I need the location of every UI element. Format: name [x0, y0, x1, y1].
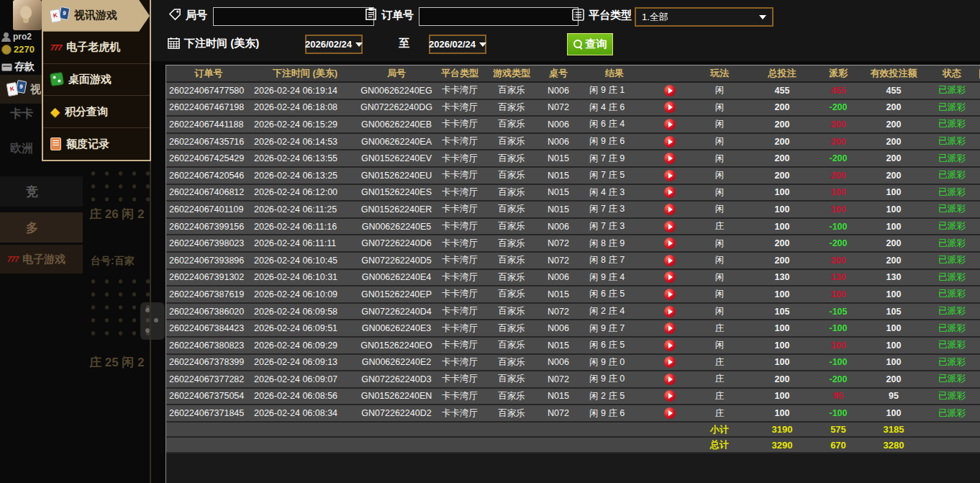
- play-replay-icon[interactable]: [664, 85, 676, 96]
- chevron-down-icon: [759, 15, 766, 19]
- status-badge: 已派彩: [926, 405, 978, 422]
- date-from-value: 2026/02/24: [305, 39, 352, 50]
- payout-cell: 100: [815, 337, 861, 354]
- play-replay-icon[interactable]: [664, 407, 676, 419]
- play-replay-icon[interactable]: [664, 136, 676, 148]
- play-replay-icon[interactable]: [664, 119, 676, 130]
- play-replay-icon[interactable]: [664, 153, 676, 164]
- play-replay-icon[interactable]: [664, 289, 676, 300]
- platform-cell: 卡卡湾厅: [434, 99, 486, 117]
- platform-cell: 卡卡湾厅: [434, 371, 486, 388]
- status-badge: 已派彩: [926, 252, 978, 269]
- col-status: 状态: [926, 66, 978, 82]
- result-cell: 闲 9 庄 4: [579, 269, 650, 286]
- game-type-cell: 百家乐: [486, 252, 537, 269]
- valid-bet-cell: 200: [861, 252, 926, 269]
- play-replay-icon[interactable]: [664, 356, 676, 368]
- bet-side-cell: 闲: [690, 303, 749, 320]
- date-from-picker[interactable]: 2026/02/24: [305, 35, 363, 54]
- play-replay-icon[interactable]: [664, 306, 676, 317]
- total-bet-cell: 455: [749, 82, 815, 99]
- status-badge: 已派彩: [926, 167, 978, 184]
- table-number-cell: N072: [537, 99, 579, 117]
- play-replay-icon[interactable]: [664, 374, 676, 385]
- play-replay-icon[interactable]: [664, 101, 676, 113]
- total-bet-cell: 100: [749, 337, 815, 354]
- order-number-cell: 260224067477580: [166, 82, 251, 99]
- status-badge: 已派彩: [926, 269, 978, 286]
- play-replay-icon[interactable]: [664, 204, 676, 215]
- username-row: pro2: [1, 32, 32, 42]
- menu-item-video-games[interactable]: 9 K 视讯游戏: [43, 0, 150, 32]
- menu-label: 桌面游戏: [68, 73, 112, 86]
- result-cell: 闲 4 庄 3: [579, 184, 650, 202]
- bet-side-cell: 闲: [690, 201, 749, 218]
- valid-bet-cell: 200: [861, 133, 926, 150]
- menu-item-slots[interactable]: 777 电子老虎机: [43, 32, 150, 64]
- table-number-cell: N006: [537, 116, 579, 133]
- status-badge: 已派彩: [926, 337, 978, 354]
- bet-time-cell: 2026-02-24 06:09:51: [251, 320, 359, 337]
- grand-total-total-bet: 3290: [749, 437, 815, 453]
- round-number-cell: GN006262240E4: [359, 269, 434, 286]
- valid-bet-cell: 100: [861, 337, 926, 354]
- play-replay-icon[interactable]: [664, 322, 676, 334]
- bet-side-cell: 闲: [690, 99, 749, 117]
- game-type-cell: 百家乐: [486, 320, 537, 337]
- result-cell: 闲 7 庄 3: [579, 218, 650, 235]
- play-replay-icon[interactable]: [664, 221, 676, 233]
- bet-time-cell: 2026-02-24 06:09:29: [251, 337, 359, 354]
- play-replay-icon[interactable]: [664, 390, 676, 402]
- table-row: 260224067401109 2026-02-24 06:11:25 GN01…: [166, 201, 980, 218]
- bet-time-cell: 2026-02-24 06:13:25: [251, 167, 359, 184]
- valid-bet-cell: 100: [861, 184, 926, 202]
- result-cell: 闲 6 庄 5: [579, 286, 650, 303]
- order-number-cell: 260224067420546: [166, 167, 251, 184]
- play-replay-icon[interactable]: [664, 238, 676, 249]
- payout-cell: -200: [815, 235, 861, 252]
- games-menu-panel: 9 K 视讯游戏 777 电子老虎机 桌面游戏 ◆ 积分查询 额度记录: [42, 0, 151, 161]
- table-row: 260224067398023 2026-02-24 06:11:11 GN07…: [166, 235, 980, 252]
- round-number-input[interactable]: [213, 7, 374, 26]
- menu-label: 电子老虎机: [66, 40, 120, 54]
- replay-cell: [650, 337, 690, 354]
- order-number-input[interactable]: [419, 7, 579, 26]
- platform-type-select[interactable]: 1.全部: [635, 7, 773, 27]
- round-number-cell: GN072262240D2: [359, 405, 434, 422]
- menu-item-table-games[interactable]: 桌面游戏: [43, 64, 150, 96]
- date-to-picker[interactable]: 2026/02/24: [429, 35, 486, 54]
- replay-cell: [650, 218, 690, 235]
- menu-item-points-query[interactable]: ◆ 积分查询: [43, 96, 150, 128]
- replay-cell: [650, 184, 690, 202]
- order-number-cell: 260224067375054: [166, 388, 251, 405]
- platform-type-value: 1.全部: [642, 11, 668, 24]
- table-number-cell: N015: [537, 167, 579, 184]
- bet-side-cell: 闲: [690, 133, 749, 150]
- valid-bet-cell: 100: [861, 405, 926, 422]
- table-row: 260224067477580 2026-02-24 06:19:14 GN00…: [166, 82, 980, 99]
- valid-bet-cell: 100: [861, 218, 926, 235]
- search-button[interactable]: 查询: [567, 33, 613, 55]
- bet-side-cell: 庄: [690, 371, 749, 388]
- deposit-button: 存款: [1, 60, 35, 73]
- menu-item-credit-records[interactable]: 额度记录: [43, 128, 150, 160]
- result-cell: 闲 7 庄 3: [579, 201, 650, 218]
- platform-cell: 卡卡湾厅: [434, 337, 486, 354]
- search-button-label: 查询: [586, 37, 607, 51]
- table-row: 260224067425429 2026-02-24 06:13:55 GN01…: [166, 150, 980, 167]
- round-number-cell: GN072262240DG: [359, 99, 434, 117]
- round-number-cell: GN072262240D4: [359, 303, 434, 320]
- result-cell: 闲 8 庄 9: [579, 235, 650, 252]
- play-replay-icon[interactable]: [664, 170, 676, 181]
- play-replay-icon[interactable]: [664, 271, 676, 283]
- platform-cell: 卡卡湾厅: [434, 184, 486, 202]
- play-replay-icon[interactable]: [664, 186, 676, 198]
- total-bet-cell: 100: [749, 286, 815, 303]
- bet-time-cell: 2026-02-24 06:08:34: [251, 405, 359, 422]
- diamond-icon: ◆: [50, 106, 60, 118]
- play-replay-icon[interactable]: [664, 340, 676, 351]
- total-bet-cell: 200: [749, 371, 815, 388]
- bet-side-cell: 庄: [690, 354, 749, 371]
- game-type-cell: 百家乐: [486, 371, 537, 388]
- play-replay-icon[interactable]: [664, 255, 676, 266]
